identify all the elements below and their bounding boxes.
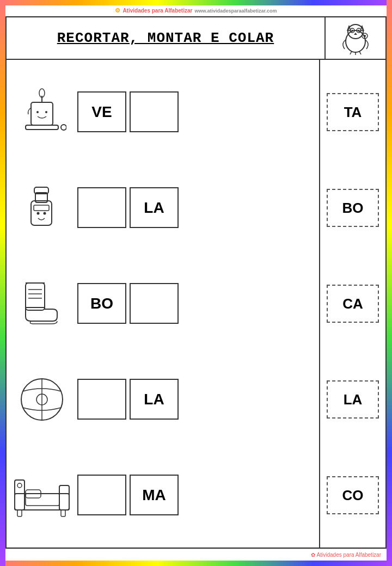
svg-point-17 bbox=[36, 111, 39, 113]
svg-point-25 bbox=[43, 212, 46, 215]
svg-rect-21 bbox=[31, 201, 52, 225]
svg-line-9 bbox=[350, 51, 352, 54]
svg-rect-41 bbox=[61, 510, 65, 516]
border-bottom bbox=[0, 561, 392, 566]
syllable-box-empty bbox=[130, 91, 179, 132]
syllable-box-empty bbox=[77, 475, 126, 515]
word-boxes-3: BO bbox=[77, 283, 179, 324]
syllable-box-filled: LA bbox=[130, 187, 179, 228]
svg-rect-37 bbox=[59, 485, 69, 510]
svg-point-5 bbox=[358, 29, 360, 31]
website: www.atividadesparaalfabetizar.com bbox=[194, 8, 277, 14]
svg-rect-16 bbox=[31, 102, 53, 125]
icon-candle bbox=[12, 69, 72, 155]
table-row: MA bbox=[12, 452, 314, 538]
cut-syllable-la: LA bbox=[327, 380, 379, 419]
table-row: BO bbox=[12, 261, 314, 347]
syllable-box-empty bbox=[130, 283, 179, 324]
syllable-box-filled: BO bbox=[77, 283, 126, 324]
main-content: VE bbox=[5, 60, 387, 549]
right-panel: TA BO CA LA CO bbox=[320, 60, 385, 547]
title-box: RECORTAR, MONTAR E COLAR bbox=[7, 17, 326, 59]
cut-syllable-ta: TA bbox=[327, 93, 379, 131]
syllable-box-filled: MA bbox=[130, 475, 179, 515]
left-panel: VE bbox=[7, 60, 320, 547]
brand-name: Atividades para Alfabetizar bbox=[122, 8, 192, 14]
brand-bottom-text: ✿ Atividades para Alfabetizar bbox=[311, 552, 381, 558]
cut-syllable-co: CO bbox=[327, 476, 379, 514]
border-left bbox=[0, 0, 5, 566]
inner-content: ⚙ Atividades para Alfabetizar www.ativid… bbox=[5, 5, 387, 561]
svg-point-24 bbox=[36, 212, 39, 215]
syllable-box-empty bbox=[77, 379, 126, 420]
svg-point-18 bbox=[45, 111, 47, 113]
word-boxes-5: MA bbox=[77, 475, 179, 515]
svg-marker-6 bbox=[354, 33, 357, 35]
syllable-box-empty bbox=[77, 187, 126, 228]
brand-bar-bottom: ✿ Atividades para Alfabetizar bbox=[5, 549, 387, 561]
svg-rect-14 bbox=[26, 125, 58, 130]
brand-logo-text: ⚙ bbox=[115, 7, 120, 14]
word-boxes-4: LA bbox=[77, 379, 179, 420]
svg-rect-40 bbox=[17, 510, 22, 516]
icon-ball bbox=[12, 356, 72, 442]
logo-box bbox=[326, 17, 385, 59]
svg-point-42 bbox=[17, 483, 22, 488]
page: ⚙ Atividades para Alfabetizar www.ativid… bbox=[0, 0, 392, 566]
syllable-box-filled: VE bbox=[77, 91, 126, 132]
border-top bbox=[0, 0, 392, 5]
svg-rect-35 bbox=[15, 494, 69, 510]
svg-rect-36 bbox=[15, 480, 24, 510]
svg-line-11 bbox=[359, 51, 361, 54]
icon-glue bbox=[12, 165, 72, 251]
word-boxes-1: VE bbox=[77, 91, 179, 132]
table-row: VE bbox=[12, 69, 314, 155]
syllable-box-filled: LA bbox=[130, 379, 179, 420]
svg-point-4 bbox=[352, 29, 353, 31]
header: RECORTAR, MONTAR E COLAR bbox=[5, 16, 387, 60]
border-right bbox=[387, 0, 392, 566]
cut-syllable-ca: CA bbox=[327, 285, 379, 323]
svg-point-15 bbox=[61, 125, 66, 130]
icon-bed bbox=[12, 452, 72, 538]
cut-syllable-bo: BO bbox=[327, 189, 379, 227]
svg-rect-26 bbox=[34, 205, 49, 211]
page-title: RECORTAR, MONTAR E COLAR bbox=[57, 30, 274, 46]
svg-rect-39 bbox=[26, 494, 59, 506]
table-row: LA bbox=[12, 356, 314, 442]
svg-rect-27 bbox=[26, 283, 45, 310]
svg-point-13 bbox=[364, 35, 366, 37]
mascot-icon bbox=[336, 21, 375, 56]
word-boxes-2: LA bbox=[77, 187, 179, 228]
icon-boot bbox=[12, 261, 72, 347]
brand-bar-top: ⚙ Atividades para Alfabetizar www.ativid… bbox=[5, 5, 387, 16]
table-row: LA bbox=[12, 165, 314, 251]
